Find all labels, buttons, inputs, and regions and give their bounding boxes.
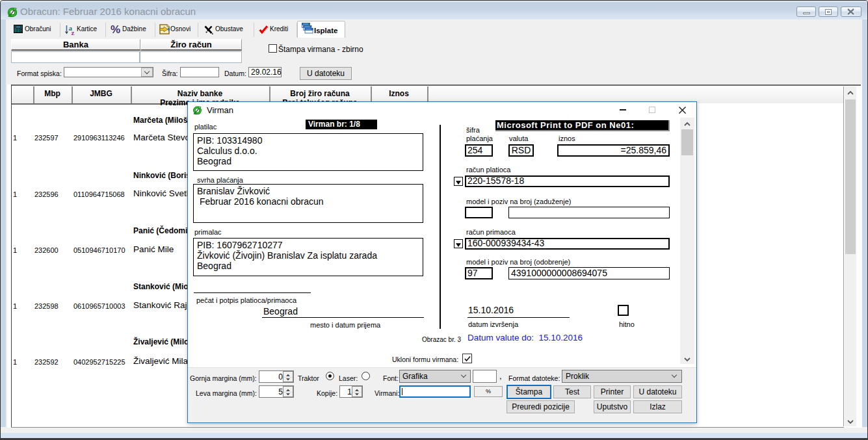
svg-text:z: z <box>72 29 75 35</box>
